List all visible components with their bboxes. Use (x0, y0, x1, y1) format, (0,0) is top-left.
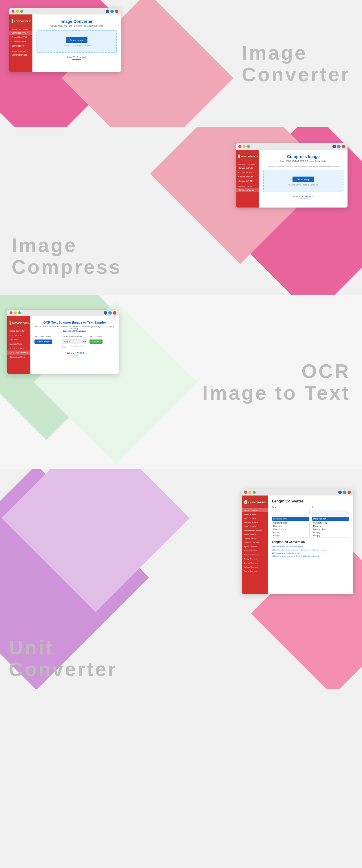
sidebar-item-unit-converter[interactable]: Unit Converter (7, 333, 30, 338)
unit-option-to-km[interactable]: Kilometer (km) (312, 528, 349, 531)
sidebar-item-pressure[interactable]: Pressure Converter (242, 553, 268, 557)
how-to-link[interactable]: How OCR Works (34, 351, 115, 354)
twitter-icon[interactable] (110, 9, 114, 13)
to-unit-dropdown[interactable]: Millimeter (mm) (312, 517, 350, 521)
unit-title: Length Converter (272, 499, 349, 503)
sidebar-item-convert-jpeg[interactable]: Convert to JPEG (236, 170, 259, 175)
sidebar-item-encryption-tools[interactable]: Encryption Tools (7, 346, 30, 350)
social-icons (338, 491, 351, 494)
how-to-link[interactable]: How To Compress (263, 195, 343, 198)
how-to-link[interactable]: How To Convert (36, 56, 117, 59)
step3-label: Step 3 (Convert) (89, 336, 115, 337)
sidebar-item-text-tools[interactable]: Text Tools (7, 338, 30, 342)
upload-area[interactable]: Select Image Or Drag & Drop Image to Con… (36, 30, 117, 53)
unit-option-km[interactable]: Kilometer (km) (272, 528, 309, 531)
sidebar-item-convert-png[interactable]: Convert to PNG (236, 166, 259, 170)
minimize-button[interactable] (14, 311, 17, 314)
big-text-line2: Converter (9, 658, 117, 680)
conversion-items: 1 Millimeter (mm) = 0.1 Centimeter (cm) … (272, 545, 349, 558)
sidebar-logo: ♥ iLOVECONVERTS (7, 319, 30, 327)
unit-option-inch1[interactable]: Inch (in) (272, 531, 309, 534)
select-image-button[interactable]: Select Image (293, 177, 314, 182)
sidebar-item-compress-image[interactable]: Compress Image (236, 188, 259, 192)
sidebar-section-image-compress: image compress (236, 183, 259, 188)
sidebar-item-time[interactable]: Time Converter (242, 532, 268, 536)
how-to-underline (70, 355, 79, 355)
sidebar-item-ocr[interactable]: OCR (Text Scanner) (7, 350, 30, 355)
unit-option-cm[interactable]: Centimeter (cm) (272, 521, 309, 524)
sidebar-item-current[interactable]: Current Converter (242, 561, 268, 565)
section-2-big-text: Image Compress (11, 235, 122, 278)
sidebar-item-power[interactable]: Power Converter (242, 569, 268, 573)
main-content: Compress Image Smart JPG PNG BMP TIFF GI… (259, 150, 348, 208)
sidebar-item-temperature[interactable]: Temperature Converter (242, 528, 268, 532)
ocr-convert-button[interactable]: Convert (89, 340, 102, 344)
sidebar-item-convert-png[interactable]: Convert to PNG (9, 31, 32, 35)
googleplus-icon[interactable] (348, 491, 351, 494)
close-button[interactable] (9, 311, 12, 314)
sidebar-item-convert-tiff[interactable]: Convert to TIFF (236, 179, 259, 183)
facebook-icon[interactable] (338, 491, 342, 494)
twitter-icon[interactable] (108, 311, 112, 315)
how-to-underline (72, 59, 81, 60)
sidebar-item-partsper[interactable]: Parts/Per Converter (242, 541, 268, 545)
sidebar-item-convert-bmp[interactable]: Convert to BMP (236, 175, 259, 179)
to-unit-options: Centimeter (cm) Meter (m) Kilometer (km)… (312, 521, 350, 537)
facebook-icon[interactable] (104, 311, 107, 315)
sidebar-item-voltage[interactable]: Voltage Converter (242, 565, 268, 569)
section-unit-converter: ♥ iLOVECONVERTS Length Converter Area Co… (0, 469, 362, 689)
select-image-button[interactable]: Select Image (66, 37, 87, 43)
from-unit-dropdown[interactable]: Millimeter (mm) (272, 517, 309, 521)
ocr-select-image-button[interactable]: Select Image (34, 340, 52, 344)
window-body: ♥ iLOVECONVERTS image converter Convert … (9, 14, 121, 72)
close-button[interactable] (238, 145, 241, 148)
sidebar-item-speed[interactable]: Speed Converter (242, 545, 268, 549)
logo-text: ♥ iLOVECONVERTS (238, 154, 257, 158)
sidebar-item-length[interactable]: Length Converter (242, 508, 268, 512)
unit-option-to-inch1[interactable]: Inch (in) (312, 531, 349, 534)
twitter-icon[interactable] (343, 491, 346, 494)
unit-main-content: Length Converter From Millimeter (mm) Ce… (268, 496, 353, 594)
sidebar-item-convert-bmp[interactable]: Convert to BMP (9, 39, 32, 44)
minimize-button[interactable] (16, 10, 19, 13)
minimize-button[interactable] (248, 491, 251, 494)
twitter-icon[interactable] (337, 145, 340, 148)
maximize-button[interactable] (18, 311, 21, 314)
close-button[interactable] (244, 491, 247, 494)
sidebar-item-area[interactable]: Area Converter (242, 512, 268, 516)
maximize-button[interactable] (247, 145, 250, 148)
sidebar-item-convert-tiff[interactable]: Convert to TIFF (9, 44, 32, 48)
from-value-input[interactable] (272, 510, 309, 516)
unit-option-to-cm[interactable]: Centimeter (cm) (312, 521, 349, 524)
sidebar-item-image-converter[interactable]: Image Converter (7, 329, 30, 333)
sidebar-item-earth[interactable]: Earth Converter (242, 524, 268, 528)
sidebar-item-volume[interactable]: Volume Converter (242, 520, 268, 524)
language-select[interactable]: English (62, 339, 87, 344)
to-value-input[interactable] (312, 510, 350, 516)
logo-label: iLOVECONVERTS (241, 155, 258, 157)
facebook-icon[interactable] (332, 145, 336, 148)
sidebar-section-image-compress: image compress (9, 48, 32, 53)
googleplus-icon[interactable] (342, 145, 345, 148)
sidebar-item-conversion-tools[interactable]: Conversion Tools (7, 355, 30, 359)
minimize-button[interactable] (243, 145, 246, 148)
sidebar-item-digital[interactable]: Digital Converter (242, 536, 268, 541)
sidebar-item-compress-image[interactable]: Compress Image (9, 53, 32, 57)
unit-option-to-inch2[interactable]: Inch (in) (312, 534, 349, 537)
unit-option-m[interactable]: Meter (m) (272, 524, 309, 528)
googleplus-icon[interactable] (113, 311, 116, 315)
close-button[interactable] (11, 10, 14, 13)
facebook-icon[interactable] (106, 9, 109, 13)
upload-area[interactable]: Select Image Or Drag & Drop Image to Com… (263, 169, 343, 192)
main-subtitle: Smart JPG PNG BMP TIFF GIF Image Compres… (263, 160, 343, 162)
googleplus-icon[interactable] (115, 9, 118, 13)
sidebar-item-force[interactable]: Force Converter (242, 549, 268, 553)
maximize-button[interactable] (20, 10, 23, 13)
sidebar-item-energy[interactable]: Energy Converter (242, 557, 268, 561)
unit-option-inch2[interactable]: Inch (in) (272, 534, 309, 537)
unit-option-to-m[interactable]: Meter (m) (312, 524, 349, 528)
sidebar-item-mass[interactable]: Mass Converter (242, 516, 268, 520)
maximize-button[interactable] (253, 491, 256, 494)
sidebar-item-number-tools[interactable]: Number Tools (7, 342, 30, 346)
sidebar-item-convert-jpeg[interactable]: Convert to JPEG (9, 35, 32, 39)
